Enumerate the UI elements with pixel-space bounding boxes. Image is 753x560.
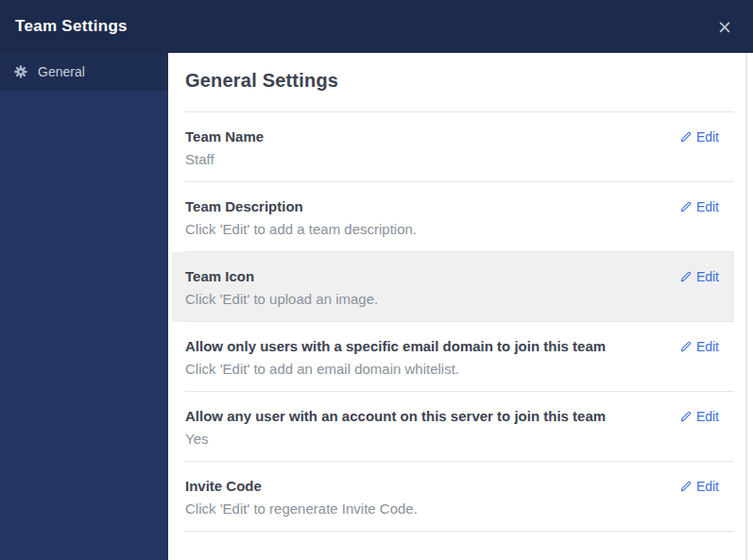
edit-label: Edit bbox=[696, 407, 719, 426]
edit-label: Edit bbox=[696, 197, 719, 216]
edit-button[interactable]: Edit bbox=[680, 337, 719, 356]
setting-value: Staff bbox=[185, 150, 680, 169]
close-icon[interactable]: × bbox=[711, 16, 738, 38]
edit-label: Edit bbox=[696, 477, 719, 496]
pencil-icon bbox=[680, 341, 692, 352]
settings-list: General Settings Team Name Staff Edit bbox=[172, 53, 734, 532]
setting-title: Team Name bbox=[185, 127, 680, 146]
edit-button[interactable]: Edit bbox=[680, 267, 719, 286]
modal-header: Team Settings × bbox=[0, 0, 753, 53]
edit-button[interactable]: Edit bbox=[680, 407, 719, 426]
setting-title: Team Description bbox=[185, 197, 680, 216]
team-settings-modal: Team Settings × bbox=[0, 0, 753, 560]
setting-value: Click 'Edit' to upload an image. bbox=[185, 290, 680, 309]
sidebar-item-general[interactable]: General bbox=[0, 53, 168, 91]
edit-button[interactable]: Edit bbox=[680, 477, 719, 496]
content-heading: General Settings bbox=[172, 53, 734, 112]
pencil-icon bbox=[680, 131, 692, 143]
modal-body: General General Settings Team Name Staff bbox=[0, 53, 753, 560]
setting-row-email-domain[interactable]: Allow only users with a specific email d… bbox=[172, 322, 734, 392]
settings-content: General Settings Team Name Staff Edit bbox=[168, 53, 753, 560]
pencil-icon bbox=[680, 411, 692, 422]
setting-title: Allow any user with an account on this s… bbox=[185, 407, 680, 426]
setting-value: Click 'Edit' to add a team description. bbox=[185, 220, 680, 239]
setting-row-team-icon[interactable]: Team Icon Click 'Edit' to upload an imag… bbox=[172, 252, 734, 322]
page-title: General Settings bbox=[185, 70, 734, 92]
pencil-icon bbox=[680, 201, 692, 212]
edit-label: Edit bbox=[696, 127, 719, 146]
edit-button[interactable]: Edit bbox=[680, 127, 719, 146]
setting-title: Team Icon bbox=[185, 267, 680, 286]
setting-row-invite-code[interactable]: Invite Code Click 'Edit' to regenerate I… bbox=[172, 462, 734, 532]
edit-button[interactable]: Edit bbox=[680, 197, 719, 216]
setting-row-open-server[interactable]: Allow any user with an account on this s… bbox=[172, 392, 734, 462]
settings-sidebar: General bbox=[0, 53, 168, 560]
setting-value: Click 'Edit' to add an email domain whit… bbox=[185, 360, 680, 379]
row-divider bbox=[185, 531, 734, 532]
setting-value: Yes bbox=[185, 430, 680, 449]
edit-label: Edit bbox=[696, 267, 719, 286]
setting-title: Invite Code bbox=[185, 477, 680, 496]
setting-title: Allow only users with a specific email d… bbox=[185, 337, 680, 356]
setting-row-team-name[interactable]: Team Name Staff Edit bbox=[172, 112, 734, 182]
setting-row-team-description[interactable]: Team Description Click 'Edit' to add a t… bbox=[172, 182, 734, 252]
gear-icon bbox=[14, 65, 27, 78]
modal-title: Team Settings bbox=[15, 17, 128, 36]
edit-label: Edit bbox=[696, 337, 719, 356]
scrollbar-track[interactable] bbox=[745, 53, 747, 560]
pencil-icon bbox=[680, 271, 692, 282]
setting-value: Click 'Edit' to regenerate Invite Code. bbox=[185, 500, 680, 518]
sidebar-item-label: General bbox=[38, 64, 85, 79]
pencil-icon bbox=[680, 481, 692, 492]
